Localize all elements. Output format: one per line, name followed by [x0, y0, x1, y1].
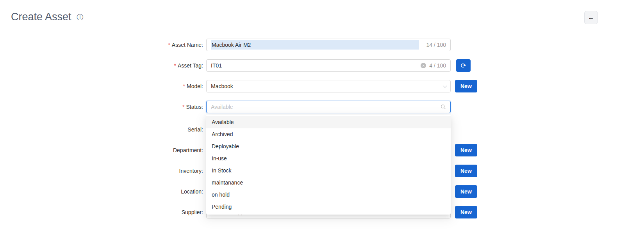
status-row: *Status: Available Available Archived De…: [0, 101, 644, 113]
chevron-down-icon: [443, 83, 447, 88]
info-icon[interactable]: ⓘ: [77, 14, 84, 21]
create-asset-form: *Asset Name: Macbook Air M2 14 / 100 *As…: [0, 39, 644, 218]
serial-label-text: Serial:: [187, 126, 203, 133]
model-control: Macbook: [206, 80, 451, 92]
status-select[interactable]: Available: [206, 101, 451, 113]
status-option[interactable]: on hold: [206, 189, 451, 201]
back-button[interactable]: ←: [584, 11, 598, 24]
inventory-label-text: Inventory:: [179, 168, 203, 174]
asset-tag-label-text: Asset Tag:: [178, 62, 203, 69]
asset-name-row: *Asset Name: Macbook Air M2 14 / 100: [0, 39, 644, 51]
location-label: Location:: [0, 185, 203, 198]
new-supplier-button[interactable]: New: [455, 206, 477, 218]
status-option[interactable]: Pending: [206, 201, 451, 213]
required-asterisk: *: [182, 104, 184, 110]
search-icon: [441, 104, 446, 110]
asset-tag-row: *Asset Tag: IT01 × 4 / 100 ⟳: [0, 59, 644, 72]
status-placeholder: Available: [211, 104, 437, 110]
department-label-text: Department:: [173, 147, 203, 153]
serial-label: Serial:: [0, 123, 203, 136]
asset-tag-control: IT01 × 4 / 100: [206, 59, 451, 72]
status-option[interactable]: Archived: [206, 128, 451, 140]
status-option[interactable]: maintanance: [206, 177, 451, 189]
new-department-button[interactable]: New: [455, 144, 477, 156]
back-arrow-icon: ←: [588, 14, 594, 21]
model-row: *Model: Macbook New: [0, 80, 644, 92]
status-option[interactable]: Available: [206, 116, 451, 128]
status-label: *Status:: [0, 101, 203, 113]
asset-name-value: Macbook Air M2: [211, 40, 419, 50]
page-title: Create Asset: [11, 10, 71, 23]
status-option[interactable]: Deployable: [206, 140, 451, 153]
clear-icon[interactable]: ×: [421, 63, 426, 68]
required-asterisk: *: [168, 42, 170, 48]
status-control: Available Available Archived Deployable …: [206, 101, 451, 113]
new-model-button[interactable]: New: [455, 80, 477, 92]
status-dropdown: Available Archived Deployable In-use In …: [206, 115, 451, 215]
new-inventory-button[interactable]: New: [455, 165, 477, 177]
create-asset-page: Create Asset ⓘ ← *Asset Name: Macbook Ai…: [0, 0, 644, 245]
model-value: Macbook: [211, 83, 440, 89]
required-asterisk: *: [174, 62, 176, 69]
supplier-label-text: Supplier:: [182, 209, 203, 215]
model-label: *Model:: [0, 80, 203, 92]
asset-tag-label: *Asset Tag:: [0, 59, 203, 72]
status-label-text: Status:: [186, 104, 203, 110]
asset-name-counter: 14 / 100: [426, 42, 446, 48]
department-label: Department:: [0, 144, 203, 156]
asset-tag-counter: 4 / 100: [429, 62, 446, 69]
required-asterisk: *: [183, 83, 185, 89]
status-option[interactable]: In-use: [206, 153, 451, 165]
asset-name-control: Macbook Air M2 14 / 100: [206, 39, 451, 51]
asset-name-input[interactable]: Macbook Air M2 14 / 100: [206, 39, 451, 51]
refresh-icon: ⟳: [460, 62, 466, 69]
model-select[interactable]: Macbook: [206, 80, 451, 92]
asset-tag-value: IT01: [211, 62, 417, 69]
status-option[interactable]: In Stock: [206, 165, 451, 177]
generate-asset-tag-button[interactable]: ⟳: [456, 59, 471, 72]
new-location-button[interactable]: New: [455, 185, 477, 198]
supplier-label: Supplier:: [0, 206, 203, 218]
model-label-text: Model:: [187, 83, 203, 89]
page-header: Create Asset ⓘ: [0, 0, 644, 23]
asset-name-label: *Asset Name:: [0, 39, 203, 51]
location-label-text: Location:: [181, 188, 203, 195]
asset-name-label-text: Asset Name:: [172, 42, 203, 48]
inventory-label: Inventory:: [0, 165, 203, 177]
asset-tag-input[interactable]: IT01 × 4 / 100: [206, 59, 451, 72]
